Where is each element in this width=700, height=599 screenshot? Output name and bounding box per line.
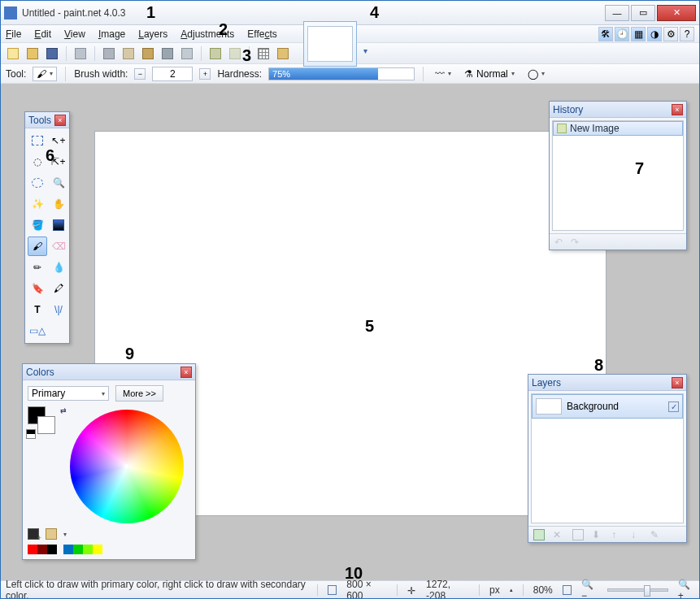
print-button[interactable] [73,46,88,61]
reset-colors-button[interactable] [26,429,36,439]
document-thumbnail[interactable]: ▾ [303,21,357,67]
tool-pencil[interactable]: ✏ [28,258,47,277]
palette-swatch[interactable] [47,545,57,554]
antialias-dropdown[interactable]: 〰▾ [432,67,454,81]
delete-layer-button[interactable]: ✕ [553,529,564,540]
units-dropdown-icon[interactable]: ▴ [510,587,513,593]
redo-button[interactable] [228,46,242,61]
menu-effects[interactable]: EffectsEffects [247,28,276,40]
tool-eraser[interactable]: ⌫ [49,237,68,256]
pixel-grid-button[interactable] [256,46,271,61]
blend-mode-dropdown[interactable]: ⚗ Normal ▾ [461,67,518,81]
history-panel-header[interactable]: History × [550,102,686,118]
manage-palettes-button[interactable] [46,528,57,540]
layer-properties-button[interactable]: ✎ [650,529,662,540]
undo-button[interactable] [208,46,223,61]
palette-swatch[interactable] [28,545,37,554]
crop-button[interactable] [160,46,175,61]
palette-swatch[interactable] [83,545,93,554]
tool-magic-wand[interactable]: ✨ [28,194,47,214]
tool-dropdown[interactable]: 🖌▾ [33,67,57,81]
tool-clone-stamp[interactable]: 🔖 [28,279,47,298]
menu-image[interactable]: ImageImage [98,28,125,40]
tool-pan[interactable]: ✋ [49,194,68,214]
toggle-history-button[interactable]: 🕘 [615,27,629,41]
menu-adjustments[interactable]: AdjustmentsAdjustments [180,28,234,40]
tool-rectangle-select[interactable] [28,131,47,150]
tool-ellipse-select[interactable] [28,173,47,193]
cut-button[interactable] [102,46,116,61]
history-panel-close[interactable]: × [672,104,683,115]
tools-panel-header[interactable]: Tools × [25,112,69,128]
secondary-color-swatch[interactable] [37,416,55,434]
palette-dropdown-icon[interactable]: ▾ [63,531,67,538]
maximize-button[interactable]: ▭ [631,5,655,21]
settings-button[interactable]: ⚙ [663,27,678,41]
overwrite-dropdown[interactable]: ◯▾ [524,67,548,81]
color-wheel[interactable] [70,410,184,523]
tool-zoom[interactable]: 🔍 [49,173,68,193]
toggle-layers-button[interactable]: ▦ [631,27,646,41]
brush-width-input[interactable] [152,67,193,81]
tool-lasso-select[interactable]: ◌ [28,152,47,171]
close-button[interactable]: ✕ [657,5,696,21]
tool-move-selected[interactable]: ↖+ [49,131,68,150]
minimize-button[interactable]: — [605,5,629,21]
save-button[interactable] [45,46,59,61]
zoom-out-button[interactable]: 🔍− [581,579,598,600]
merge-down-button[interactable]: ⬇ [592,529,603,540]
menu-edit[interactable]: EditEdit [34,28,51,40]
tool-line[interactable]: \|/ [49,300,68,319]
swap-colors-button[interactable]: ⇄ [60,406,67,415]
menu-file[interactable]: FFileile [6,28,21,40]
brush-width-decrement[interactable]: − [134,68,146,80]
paste-button[interactable] [141,46,155,61]
history-redo-button[interactable]: ↷ [571,237,579,248]
open-button[interactable] [25,46,40,61]
toggle-colors-button[interactable]: ◑ [647,27,662,41]
tool-recolor[interactable]: 🖍 [49,279,68,298]
tool-paintbrush[interactable]: 🖌 [28,237,47,256]
colors-panel-header[interactable]: Colors × [23,364,195,380]
palette-swatch[interactable] [63,545,73,554]
layers-panel-close[interactable]: × [672,377,683,388]
rulers-button[interactable] [276,46,290,61]
palette-swatch[interactable] [93,545,102,554]
copy-button[interactable] [121,46,136,61]
tool-paint-bucket[interactable]: 🪣 [28,215,47,235]
move-down-button[interactable]: ↓ [631,529,642,540]
palette-swatch[interactable] [73,545,83,554]
help-button[interactable]: ? [680,27,694,41]
add-layer-button[interactable] [533,529,545,540]
history-item[interactable]: New Image [553,121,683,136]
zoom-slider[interactable] [607,588,667,592]
tool-text[interactable]: T [28,300,47,319]
color-which-dropdown[interactable]: Primary ▾ [28,386,109,401]
fit-window-icon[interactable] [563,585,572,595]
menu-view[interactable]: ViewView [64,28,85,40]
layer-row[interactable]: Background ✓ [532,394,683,419]
tools-panel-close[interactable]: × [54,115,66,126]
tool-shapes[interactable]: ▭△ [28,321,47,341]
zoom-slider-knob[interactable] [644,585,650,597]
deselect-button[interactable] [180,46,194,61]
tool-gradient[interactable] [49,215,68,235]
brush-width-increment[interactable]: + [199,68,211,80]
toggle-tools-button[interactable]: 🛠 [598,27,613,41]
colors-more-button[interactable]: More >> [115,385,163,402]
history-undo-button[interactable]: ↶ [554,237,563,248]
add-palette-color-button[interactable] [28,528,39,540]
status-zoom[interactable]: 80% [533,584,553,596]
zoom-in-button[interactable]: 🔍+ [678,579,694,600]
tool-move-selection[interactable]: ⇱+ [49,152,68,171]
tool-color-picker[interactable]: 💧 [49,258,68,277]
colors-panel-close[interactable]: × [180,367,192,378]
new-button[interactable] [6,46,20,61]
menu-layers[interactable]: LayersLayers [138,28,167,40]
status-units[interactable]: px [489,584,500,596]
move-up-button[interactable]: ↑ [611,529,623,540]
layers-panel-header[interactable]: Layers × [528,375,686,391]
layer-visibility-checkbox[interactable]: ✓ [668,402,679,412]
duplicate-layer-button[interactable] [572,529,584,540]
palette-swatch[interactable] [37,545,47,554]
